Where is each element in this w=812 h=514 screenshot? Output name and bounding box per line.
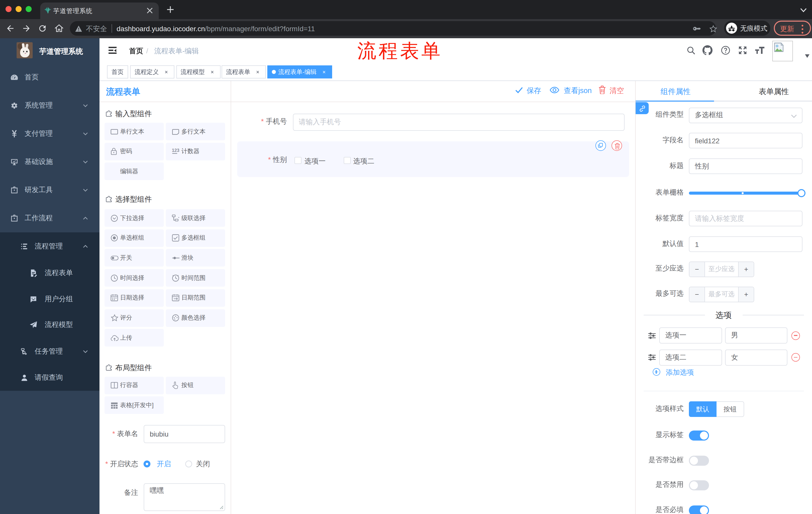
svg-text:123: 123	[172, 148, 179, 153]
